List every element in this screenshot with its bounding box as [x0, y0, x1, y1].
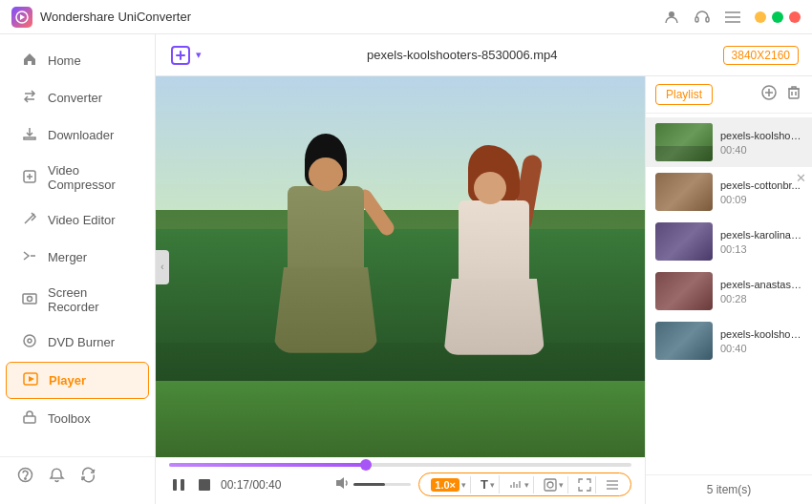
svg-point-2	[669, 11, 674, 17]
subtitle-control[interactable]: T ▾	[477, 475, 500, 494]
sidebar-label-merger: Merger	[48, 250, 87, 264]
playlist-item-name: pexels-koolshoo...	[720, 328, 802, 340]
downloader-icon	[21, 126, 38, 144]
playlist-header: Playlist	[646, 76, 812, 114]
svg-marker-1	[20, 14, 25, 20]
converter-icon	[21, 89, 38, 107]
sidebar-item-video-compressor[interactable]: Video Compressor	[6, 155, 149, 200]
refresh-icon[interactable]	[80, 467, 96, 487]
playlist-item-name: pexels-karolina-...	[720, 229, 802, 241]
user-icon[interactable]	[663, 9, 680, 26]
player-icon	[22, 371, 39, 389]
volume-icon[interactable]	[334, 475, 350, 494]
progress-track[interactable]	[169, 463, 631, 467]
current-time: 00:17	[221, 478, 249, 492]
svg-point-12	[28, 339, 32, 343]
sidebar-label-dvd-burner: DVD Burner	[48, 335, 115, 349]
playlist-item-name: pexels-anastasia...	[720, 279, 802, 290]
right-controls-group: 1.0× ▾ T ▾ ▾	[418, 472, 631, 496]
volume-area	[334, 475, 411, 494]
sidebar-item-merger[interactable]: Merger	[6, 240, 149, 275]
playlist-item[interactable]: pexels-anastasia... 00:28	[646, 266, 812, 316]
content-area: ▾ pexels-koolshooters-8530006.mp4 3840X2…	[156, 34, 812, 504]
sidebar: Home Converter Downloader Video Compress…	[0, 34, 156, 504]
font-icon: T	[481, 477, 488, 492]
playlist-item[interactable]: pexels-karolina-... 00:13	[646, 217, 812, 266]
sidebar-label-video-compressor: Video Compressor	[48, 163, 134, 192]
sidebar-label-screen-recorder: Screen Recorder	[48, 285, 134, 314]
editor-icon	[21, 211, 38, 229]
sidebar-label-downloader: Downloader	[48, 128, 114, 142]
sidebar-item-home[interactable]: Home	[6, 43, 149, 78]
playlist-footer: 5 item(s)	[646, 474, 812, 504]
sidebar-label-player: Player	[49, 373, 86, 388]
playlist-item-duration: 00:40	[720, 144, 802, 156]
progress-area	[156, 457, 645, 467]
svg-point-17	[25, 478, 26, 479]
add-to-playlist-button[interactable]	[760, 84, 778, 105]
audio-track-control[interactable]: ▾	[505, 476, 534, 494]
screen-recorder-icon	[21, 291, 38, 309]
playlist-thumb	[655, 272, 713, 310]
font-chevron-icon: ▾	[490, 480, 495, 490]
sidebar-item-dvd-burner[interactable]: DVD Burner	[6, 325, 149, 360]
playlist-thumb	[655, 322, 713, 360]
playlist-item[interactable]: pexels-koolshoo... 00:40	[646, 117, 812, 167]
sidebar-item-player[interactable]: Player	[6, 362, 149, 399]
window-buttons	[755, 11, 801, 23]
playlist-item-info: pexels-anastasia... 00:28	[720, 279, 802, 304]
playlist-item-close-button[interactable]: ✕	[796, 171, 806, 185]
screenshot-control[interactable]: ▾	[540, 476, 568, 494]
controls-bar: 00:17/00:40	[156, 467, 645, 504]
delete-from-playlist-button[interactable]	[785, 84, 802, 105]
menu-icon[interactable]	[724, 9, 741, 26]
speed-badge: 1.0×	[431, 478, 459, 492]
dvd-icon	[21, 333, 38, 351]
scene-mid	[156, 229, 645, 344]
collapse-panel-button[interactable]: ‹	[156, 250, 169, 284]
playlist-item[interactable]: pexels-cottonbr... 00:09 ✕	[646, 167, 812, 217]
playlist-item[interactable]: pexels-koolshoo... 00:40	[646, 316, 812, 366]
video-container[interactable]: ‹	[156, 76, 645, 504]
playlist-toggle-button[interactable]	[602, 476, 623, 494]
app-title: Wondershare UniConverter	[40, 10, 663, 24]
resolution-badge: 3840X2160	[723, 46, 799, 65]
playlist-item-info: pexels-koolshoo... 00:40	[720, 130, 802, 156]
volume-slider[interactable]	[353, 483, 411, 486]
sidebar-item-toolbox[interactable]: Toolbox	[6, 401, 149, 436]
titlebar-controls	[663, 9, 801, 26]
playlist-panel: Playlist	[645, 76, 812, 504]
playlist-item-info: pexels-cottonbr... 00:09	[720, 179, 802, 205]
playlist-item-info: pexels-koolshoo... 00:40	[720, 328, 802, 354]
add-file-button[interactable]: ▾	[169, 44, 202, 67]
headset-icon[interactable]	[694, 9, 711, 26]
svg-rect-9	[23, 294, 36, 304]
fullscreen-button[interactable]	[574, 476, 596, 494]
svg-point-11	[24, 335, 35, 346]
svg-rect-19	[173, 479, 177, 491]
crop-chevron-icon: ▾	[559, 480, 564, 490]
svg-marker-22	[336, 477, 344, 489]
sidebar-bottom	[0, 456, 155, 496]
maximize-button[interactable]	[772, 11, 783, 23]
notification-icon[interactable]	[49, 467, 65, 487]
play-pause-button[interactable]	[169, 475, 188, 494]
player-area: ‹	[156, 76, 812, 504]
sidebar-item-video-editor[interactable]: Video Editor	[6, 202, 149, 238]
toolbox-icon	[21, 410, 38, 428]
svg-point-10	[28, 296, 32, 301]
playlist-tab[interactable]: Playlist	[655, 84, 713, 105]
close-button[interactable]	[789, 11, 801, 23]
help-icon[interactable]	[17, 467, 33, 487]
time-display: 00:17/00:40	[221, 478, 281, 492]
minimize-button[interactable]	[755, 11, 766, 23]
stop-button[interactable]	[196, 476, 213, 494]
svg-marker-14	[29, 376, 34, 382]
main-layout: Home Converter Downloader Video Compress…	[0, 34, 812, 504]
sidebar-item-screen-recorder[interactable]: Screen Recorder	[6, 277, 149, 323]
progress-fill	[169, 463, 366, 467]
speed-chevron-icon: ▾	[461, 480, 466, 490]
speed-control[interactable]: 1.0× ▾	[427, 476, 471, 494]
sidebar-item-downloader[interactable]: Downloader	[6, 117, 149, 153]
sidebar-item-converter[interactable]: Converter	[6, 80, 149, 116]
